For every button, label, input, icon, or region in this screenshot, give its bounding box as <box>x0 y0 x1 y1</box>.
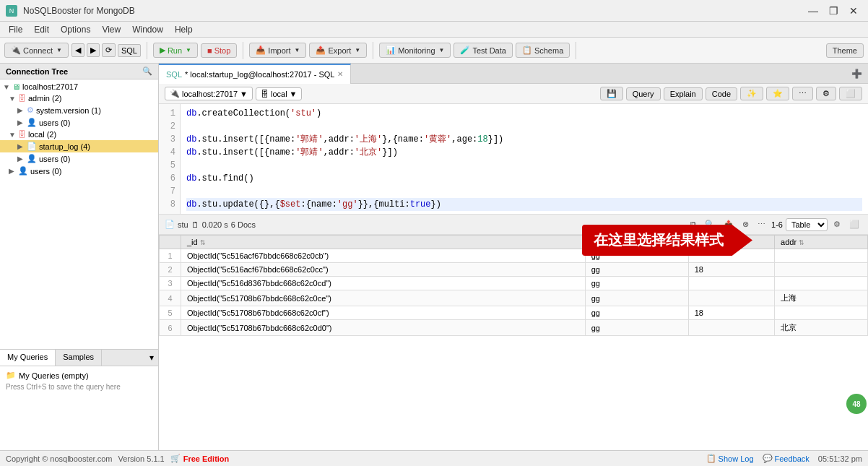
user-icon-3: 👤 <box>18 166 28 176</box>
close-button[interactable]: ✕ <box>845 4 862 18</box>
show-log-link[interactable]: 📋 Show Log <box>706 454 754 463</box>
cell-age-6 <box>688 320 774 336</box>
minimize-button[interactable]: — <box>804 4 822 18</box>
cell-name-6: gg <box>585 320 688 336</box>
stop-button[interactable]: ■ Stop <box>201 43 237 58</box>
table-header-row: _id ⇅ name ⇅ age ⇅ addr ⇅ <box>160 236 868 249</box>
toolbar-forward-button[interactable]: ▶ <box>87 43 100 57</box>
title-bar: N NoSQLBooster for MongoDB — ❐ ✕ <box>0 0 868 22</box>
database-selector[interactable]: 🗄 local ▼ <box>256 87 303 100</box>
tree-item-local[interactable]: ▼ 🗄 local (2) <box>0 129 158 140</box>
connect-button[interactable]: 🔌 Connect ▼ <box>4 43 69 58</box>
view-mode-select[interactable]: Table JSON Tree <box>786 218 828 231</box>
testdata-button[interactable]: 🧪 Test Data <box>453 43 512 58</box>
sidebar-tab-arrow[interactable]: ▾ <box>145 350 158 366</box>
line-numbers: 1 2 3 4 5 6 7 8 <box>159 104 181 214</box>
my-queries-item[interactable]: 📁 My Queries (empty) <box>6 369 152 381</box>
save-button[interactable]: 💾 <box>600 87 623 100</box>
menu-help[interactable]: Help <box>169 23 199 36</box>
menu-options[interactable]: Options <box>55 23 96 36</box>
row-num-4: 4 <box>160 290 181 306</box>
main-layout: Connection Tree 🔍 ▼ 🖥 localhost:27017 ▼ … <box>0 64 868 450</box>
sidebar-search-icon[interactable]: 🔍 <box>142 66 152 76</box>
cell-name-5: gg <box>585 306 688 320</box>
cell-id-2: ObjectId("5c516acf67bbdc668c62c0cc") <box>181 263 586 277</box>
code-line-8: db.stu.update({},{$set:{name:'gg'}},{mul… <box>186 198 862 211</box>
results-copy-button[interactable]: ⧉ <box>687 218 699 230</box>
system-version-label: system.version (1) <box>36 106 101 115</box>
toolbar-back-button[interactable]: ◀ <box>71 43 84 57</box>
cell-age-1 <box>688 249 774 263</box>
monitoring-button[interactable]: 📊 Monitoring ▼ <box>379 43 451 58</box>
admin-users-label: users (0) <box>39 118 70 127</box>
th-id[interactable]: _id ⇅ <box>181 236 586 249</box>
results-filter-button[interactable]: ⊗ <box>739 218 752 230</box>
beautify-button[interactable]: ✨ <box>740 87 763 100</box>
results-more-button[interactable]: ⋯ <box>755 218 768 230</box>
tree-item-system-version[interactable]: ▶ ⚙ system.version (1) <box>0 104 158 116</box>
star-button[interactable]: ⭐ <box>766 87 789 100</box>
th-age[interactable]: age ⇅ <box>688 236 774 249</box>
tab-close-button[interactable]: ✕ <box>337 70 343 78</box>
menu-edit[interactable]: Edit <box>28 23 55 36</box>
results-export-button[interactable]: 📤 <box>721 218 737 230</box>
tab-add-button[interactable]: ➕ <box>846 69 868 79</box>
run-button[interactable]: ▶ Run ▼ <box>153 43 198 58</box>
results-table-wrap[interactable]: _id ⇅ name ⇅ age ⇅ addr ⇅ 1 ObjectId("5c… <box>159 235 868 450</box>
menu-view[interactable]: View <box>96 23 126 36</box>
code-line-4: db.stu.insert([{name:'郭靖',addr:'北京'}]) <box>186 146 862 159</box>
tree-item-server[interactable]: ▼ 🖥 localhost:27017 <box>0 81 158 92</box>
expand-button[interactable]: ⬜ <box>839 87 862 100</box>
results-toolbar: 📄 stu 🗒 0.020 s 6 Docs ⧉ 🔍 📤 ⊗ ⋯ 1-6 <box>159 215 868 235</box>
ln-6: 6 <box>163 172 175 185</box>
tree-item-startup-log[interactable]: ▶ 📄 startup_log (4) <box>0 140 158 152</box>
schema-button[interactable]: 📋 Schema <box>516 43 570 58</box>
maximize-button[interactable]: ❐ <box>825 4 842 18</box>
results-refresh-button[interactable]: 🔍 <box>702 218 718 230</box>
more-button[interactable]: ⋯ <box>792 87 813 100</box>
code-line-5 <box>186 159 862 172</box>
toolbar-refresh-button[interactable]: ⟳ <box>102 43 116 57</box>
code-editor[interactable]: 1 2 3 4 5 6 7 8 db.createCollection('stu… <box>159 104 868 215</box>
tab-my-queries[interactable]: My Queries <box>0 350 56 366</box>
connection-selector[interactable]: 🔌 localhost:27017 ▼ <box>165 87 253 100</box>
export-button[interactable]: 📤 Export ▼ <box>309 43 367 58</box>
code-lines: 1 2 3 4 5 6 7 8 db.createCollection('stu… <box>159 104 868 214</box>
status-right: 📋 Show Log 💬 Feedback 05:51:32 pm <box>706 454 862 463</box>
toolbar: 🔌 Connect ▼ ◀ ▶ ⟳ SQL ▶ Run ▼ ■ Stop 📥 I… <box>0 38 868 64</box>
toolbar-sql-button[interactable]: SQL <box>118 44 141 57</box>
tree-item-admin[interactable]: ▼ 🗄 admin (2) <box>0 92 158 104</box>
results-layout-button[interactable]: ⬜ <box>846 218 862 230</box>
theme-button[interactable]: Theme <box>826 43 864 58</box>
settings-button[interactable]: ⚙ <box>816 87 836 100</box>
connection-tree-label: Connection Tree <box>6 67 68 76</box>
th-name[interactable]: name ⇅ <box>585 236 688 249</box>
cart-icon: 🛒 <box>170 454 181 463</box>
ln-4: 4 <box>163 146 175 159</box>
menu-file[interactable]: File <box>3 23 28 36</box>
export-icon: 📤 <box>316 46 326 55</box>
save-hint: Press Ctrl+S to save the query here <box>6 381 152 392</box>
cell-id-3: ObjectId("5c516d8367bbdc668c62c0cd") <box>181 277 586 290</box>
tab-samples[interactable]: Samples <box>56 350 102 366</box>
tree-expand-sl: ▶ <box>17 142 25 150</box>
editor-tab[interactable]: SQL * local:startup_log@localhost:27017 … <box>159 64 351 84</box>
tree-item-admin-users[interactable]: ▶ 👤 users (0) <box>0 116 158 129</box>
feedback-link[interactable]: 💬 Feedback <box>763 454 810 463</box>
cell-name-1: gg <box>585 249 688 263</box>
query-button[interactable]: Query <box>626 87 661 100</box>
results-toolbar-right: ⧉ 🔍 📤 ⊗ ⋯ 1-6 Table JSON Tree ⚙ ⬜ <box>687 218 862 231</box>
code-button[interactable]: Code <box>706 87 737 100</box>
connect-dropdown-arrow: ▼ <box>56 47 62 53</box>
ln-3: 3 <box>163 133 175 146</box>
results-settings-button[interactable]: ⚙ <box>830 218 843 230</box>
th-addr[interactable]: addr ⇅ <box>775 236 868 249</box>
tree-item-top-users[interactable]: ▶ 👤 users (0) <box>0 165 158 177</box>
db-label: local <box>271 90 287 98</box>
explain-button[interactable]: Explain <box>664 87 703 100</box>
tree-item-local-users[interactable]: ▶ 👤 users (0) <box>0 152 158 165</box>
import-button[interactable]: 📥 Import ▼ <box>249 43 306 58</box>
menu-window[interactable]: Window <box>126 23 169 36</box>
code-line-2 <box>186 120 862 133</box>
code-content[interactable]: db.createCollection('stu') db.stu.insert… <box>181 104 868 214</box>
